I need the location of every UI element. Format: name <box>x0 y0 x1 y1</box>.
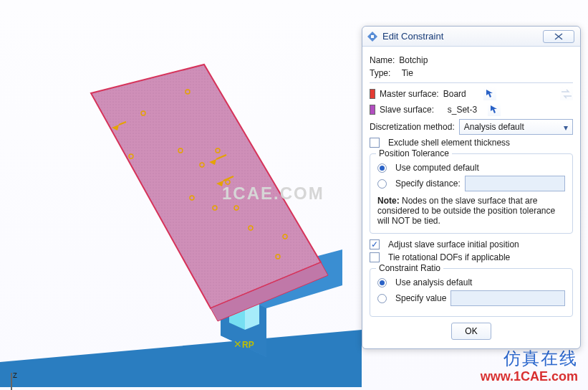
tierot-label: Tie rotational DOFs if applicable <box>388 252 510 262</box>
position-tolerance-group: Position Tolerance Use computed default … <box>370 153 573 234</box>
ratio-specify-radio[interactable] <box>377 294 387 303</box>
ratio-opt1: Use analysis default <box>395 277 472 287</box>
ratio-opt2: Specify value <box>395 293 446 303</box>
slave-swatch <box>370 105 375 115</box>
ok-button[interactable]: OK <box>451 323 491 340</box>
app-icon <box>367 31 378 42</box>
ratio-default-radio[interactable] <box>377 278 387 287</box>
slave-value: s_Set-3 <box>448 105 483 115</box>
edit-constraint-dialog: Edit Constraint Name:Botchip Type: Tie M… <box>362 26 581 349</box>
constraint-ratio-group: Constraint Ratio Use analysis default Sp… <box>370 268 573 317</box>
ratio-legend: Constraint Ratio <box>376 263 443 273</box>
rp-marker: ✕ <box>233 338 242 350</box>
position-legend: Position Tolerance <box>376 148 452 158</box>
dialog-titlebar[interactable]: Edit Constraint <box>362 27 580 47</box>
axis-line <box>11 373 12 390</box>
type-label: Type: <box>370 68 390 78</box>
adjust-checkbox[interactable] <box>370 239 380 249</box>
pick-master-button[interactable] <box>483 87 496 100</box>
discret-select[interactable]: Analysis default ▾ <box>459 119 573 135</box>
discret-label: Discretization method: <box>370 122 455 132</box>
axis-z-label: z <box>13 370 17 380</box>
name-label: Name: <box>370 55 395 65</box>
adjust-label: Adjust slave surface initial position <box>388 239 519 249</box>
pick-slave-button[interactable] <box>488 103 501 116</box>
brand-url: www.1CAE.com <box>481 369 578 384</box>
master-swatch <box>370 89 375 99</box>
pos-specify-radio[interactable] <box>377 179 387 189</box>
pos-distance-input[interactable] <box>465 176 565 191</box>
pos-default-radio[interactable] <box>377 163 387 173</box>
tierot-checkbox[interactable] <box>370 252 380 262</box>
master-label: Master surface: <box>380 89 439 99</box>
rp-label: RP <box>242 340 254 350</box>
discret-value: Analysis default <box>464 122 524 132</box>
pos-opt1: Use computed default <box>395 163 479 173</box>
note-text: Note: Nodes on the slave surface that ar… <box>377 196 565 226</box>
pos-opt2: Specify distance: <box>395 179 461 189</box>
type-value: Tie <box>402 68 413 78</box>
master-value: Board <box>443 89 479 99</box>
exclude-checkbox[interactable] <box>370 138 380 148</box>
svg-rect-19 <box>371 35 374 38</box>
chevron-down-icon: ▾ <box>562 123 570 132</box>
base-plate <box>0 330 362 387</box>
name-value: Botchip <box>399 55 428 65</box>
close-button[interactable] <box>543 30 574 43</box>
swap-surfaces-button[interactable] <box>560 87 573 100</box>
slave-label: Slave surface: <box>380 105 434 115</box>
exclude-label: Exclude shell element thickness <box>388 138 510 148</box>
ratio-value-input[interactable] <box>450 290 565 306</box>
watermark: 1CAE.COM <box>222 184 324 204</box>
brand-cn: 仿真在线 <box>503 347 578 370</box>
divider <box>370 82 573 83</box>
